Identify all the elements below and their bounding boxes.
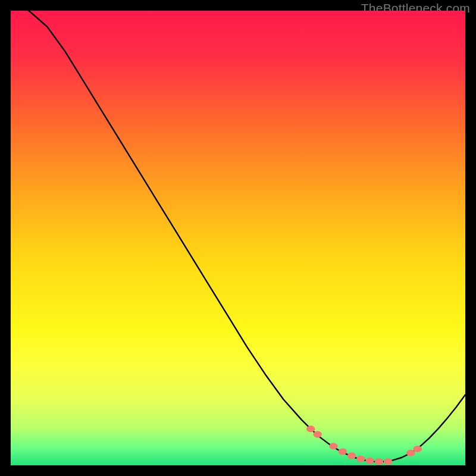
marker-dot xyxy=(347,452,356,459)
marker-dot xyxy=(306,425,315,432)
marker-dot xyxy=(356,456,365,462)
marker-dot xyxy=(314,431,322,437)
marker-dot xyxy=(384,458,392,465)
marker-dot xyxy=(329,443,337,449)
marker-dot xyxy=(339,448,347,455)
marker-dot xyxy=(365,458,374,464)
chart-canvas xyxy=(11,11,465,465)
marker-dot xyxy=(406,450,415,456)
chart-frame: TheBottleneck.com xyxy=(0,0,476,476)
marker-dot xyxy=(414,446,422,452)
chart-background xyxy=(11,11,465,465)
marker-dot xyxy=(375,458,383,465)
